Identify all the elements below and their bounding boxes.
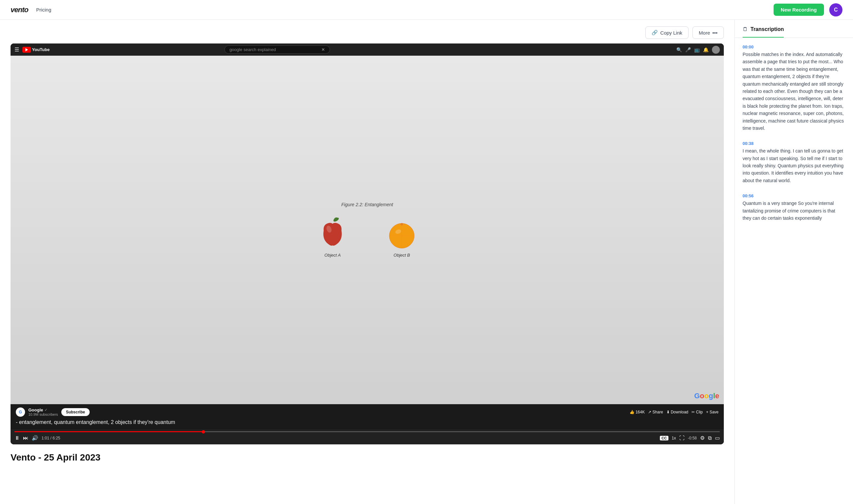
youtube-bell-icon[interactable]: 🔔 — [703, 47, 709, 52]
transcript-text: Quantum is a very strange So you're inte… — [743, 200, 845, 222]
channel-info: Google ✓ 10.9M subscribers — [28, 408, 58, 416]
youtube-cast-icon[interactable]: 📺 — [694, 47, 700, 52]
toolbar: 🔗 Copy Link More ••• — [11, 20, 724, 43]
more-label: More — [699, 30, 710, 36]
video-main-area: Figure 2.2: Entanglement — [11, 56, 724, 404]
settings-icon[interactable]: ⚙ — [700, 435, 705, 441]
object-b-item: Object B — [387, 220, 416, 257]
transcript-time[interactable]: 00:56 — [743, 193, 845, 198]
new-recording-button[interactable]: New Recording — [774, 4, 824, 16]
object-a-label: Object A — [324, 253, 340, 257]
transcript-time[interactable]: 00:38 — [743, 141, 845, 146]
video-inner: ☰ YouTube google search explained ✕ 🔍 🎤 — [11, 43, 724, 444]
apple-image — [318, 217, 348, 250]
time-remaining: -0:58 — [688, 436, 697, 440]
channel-subs: 10.9M subscribers — [28, 412, 58, 416]
copy-link-button[interactable]: 🔗 Copy Link — [645, 26, 689, 39]
pause-button[interactable]: ⏸ — [15, 435, 20, 441]
fullscreen-button[interactable]: ⛶ — [679, 435, 685, 441]
transcript-text: Possible matches in the index. And autom… — [743, 51, 845, 132]
progress-fill — [15, 431, 205, 432]
link-icon: 🔗 — [652, 30, 658, 36]
transcript-entry: 00:00 Possible matches in the index. And… — [743, 44, 845, 132]
youtube-search-icon[interactable]: 🔍 — [676, 47, 682, 52]
hamburger-icon[interactable]: ☰ — [15, 47, 19, 53]
channel-name: Google — [28, 408, 43, 412]
objects-row: Object A — [318, 217, 416, 257]
progress-track[interactable] — [15, 431, 720, 432]
transcript-entry: 00:56 Quantum is a very strange So you'r… — [743, 193, 845, 222]
caption-bar: G Google ✓ 10.9M subscribers Subscribe — [11, 404, 724, 429]
save-button[interactable]: + Save — [706, 410, 718, 414]
transcript-entry: 00:38 I mean, the whole thing. I can tel… — [743, 141, 845, 184]
miniplayer-icon[interactable]: ⧉ — [708, 435, 712, 441]
youtube-logo-text: YouTube — [32, 47, 50, 52]
controls-row: ⏸ ⏭ 🔊 1:01 / 6:25 CC 1x ⛶ -0:58 ⚙ — [15, 435, 720, 441]
youtube-top-icons: 🔍 🎤 📺 🔔 — [676, 46, 720, 54]
transcript-time[interactable]: 00:00 — [743, 44, 845, 49]
figure-title: Figure 2.2: Entanglement — [341, 202, 393, 207]
google-watermark: Google — [694, 392, 719, 400]
channel-icon: G — [16, 408, 25, 417]
subscribe-button[interactable]: Subscribe — [61, 408, 90, 416]
speed-button[interactable]: 1x — [672, 436, 676, 440]
main-container: 🔗 Copy Link More ••• ☰ YouTube — [0, 20, 853, 504]
share-button[interactable]: ↗ Share — [648, 410, 663, 414]
progress-dot — [202, 430, 205, 433]
object-a-item: Object A — [318, 217, 348, 257]
theater-icon[interactable]: ▭ — [715, 435, 720, 441]
youtube-mic-icon[interactable]: 🎤 — [685, 47, 691, 52]
copy-link-label: Copy Link — [660, 30, 682, 36]
like-button[interactable]: 👍 164K — [629, 410, 645, 414]
youtube-search-text: google search explained — [229, 47, 276, 52]
cc-button[interactable]: CC — [660, 436, 669, 440]
time-display: 1:01 / 6:25 — [41, 436, 60, 440]
volume-button[interactable]: 🔊 — [32, 435, 38, 441]
verified-icon: ✓ — [45, 408, 48, 412]
video-player: ☰ YouTube google search explained ✕ 🔍 🎤 — [11, 43, 724, 444]
transcript-text: I mean, the whole thing. I can tell us g… — [743, 147, 845, 184]
progress-row: ⏸ ⏭ 🔊 1:01 / 6:25 CC 1x ⛶ -0:58 ⚙ — [11, 429, 724, 444]
video-action-buttons: 👍 164K ↗ Share ⬇ Download ✂ Clip + Save — [629, 410, 718, 414]
transcription-panel: 🗒 Transcription 00:00 Possible matches i… — [734, 20, 853, 504]
download-button[interactable]: ⬇ Download — [667, 410, 689, 414]
channel-row: G Google ✓ 10.9M subscribers Subscribe — [16, 408, 718, 417]
next-button[interactable]: ⏭ — [23, 435, 28, 441]
clear-search-icon[interactable]: ✕ — [321, 47, 325, 52]
transcription-title: Transcription — [750, 26, 784, 32]
youtube-logo-icon — [22, 47, 31, 53]
transcription-body: 00:00 Possible matches in the index. And… — [735, 38, 853, 504]
youtube-avatar-icon[interactable] — [712, 46, 720, 54]
youtube-bar: ☰ YouTube google search explained ✕ 🔍 🎤 — [11, 43, 724, 56]
youtube-search-bar[interactable]: google search explained ✕ — [225, 46, 330, 54]
caption-text: - entanglement, quantum entanglement, 2 … — [16, 419, 718, 426]
avatar[interactable]: C — [829, 3, 842, 16]
ellipsis-icon: ••• — [712, 30, 717, 36]
nav-pricing-link[interactable]: Pricing — [36, 7, 51, 13]
video-title: Vento - 25 April 2023 — [11, 452, 724, 463]
youtube-logo: YouTube — [22, 47, 50, 53]
object-b-label: Object B — [393, 253, 410, 257]
svg-point-7 — [401, 223, 403, 226]
clip-button[interactable]: ✂ Clip — [692, 410, 703, 414]
header: vento Pricing New Recording C — [0, 0, 853, 20]
video-content: ☰ YouTube google search explained ✕ 🔍 🎤 — [11, 43, 724, 444]
transcript-icon: 🗒 — [743, 26, 748, 32]
logo[interactable]: vento — [11, 5, 28, 14]
transcription-tab[interactable]: 🗒 Transcription — [743, 26, 784, 38]
video-area: 🔗 Copy Link More ••• ☰ YouTube — [0, 20, 734, 504]
orange-image — [387, 220, 416, 250]
header-actions: New Recording C — [774, 3, 842, 16]
more-button[interactable]: More ••• — [692, 26, 724, 39]
transcription-header: 🗒 Transcription — [735, 20, 853, 38]
